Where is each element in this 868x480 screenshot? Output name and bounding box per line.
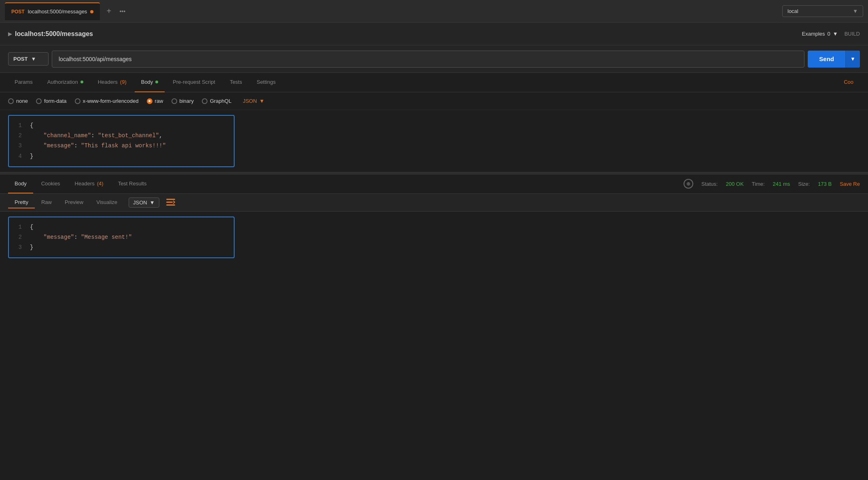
response-section: Body Cookies Headers (4) Test Results ⊕ … (0, 174, 868, 259)
radio-none-label: none (16, 98, 28, 104)
tab-dot (90, 10, 93, 13)
environment-selector[interactable]: local ▼ (782, 5, 863, 17)
more-tabs-button[interactable]: ••• (116, 6, 129, 16)
request-title-container: ▶ localhost:5000/messages (8, 30, 93, 38)
response-format-selector[interactable]: JSON ▼ (129, 198, 159, 208)
tab-settings[interactable]: Settings (250, 73, 282, 92)
examples-button[interactable]: Examples 0 ▼ (802, 31, 838, 37)
tab-headers[interactable]: Headers (9) (91, 73, 133, 92)
request-body-area: 1 { 2 "channel_name": "test_bot_channel"… (0, 115, 868, 167)
line-content-1: { (30, 121, 33, 131)
examples-chevron-icon: ▼ (833, 31, 838, 37)
format-tab-visualize[interactable]: Visualize (90, 197, 124, 208)
tab-method: POST (11, 9, 25, 15)
radio-urlencoded-label: x-www-form-urlencoded (83, 98, 139, 104)
tab-params[interactable]: Params (8, 73, 39, 92)
response-format-label: JSON (133, 200, 147, 206)
request-tab[interactable]: POST localhost:5000/messages (5, 2, 100, 20)
radio-none[interactable]: none (8, 98, 28, 104)
resp-code-line-3: 3 } (14, 242, 229, 253)
json-format-selector[interactable]: JSON ▼ (243, 98, 265, 104)
save-response-button[interactable]: Save Re (840, 181, 860, 187)
tab-body-label: Body (141, 79, 153, 85)
send-button[interactable]: Send (808, 51, 845, 68)
status-label: Status: (701, 181, 718, 187)
response-status-bar: ⊕ Status: 200 OK Time: 241 ms Size: 173 … (684, 179, 860, 189)
tab-settings-label: Settings (256, 79, 275, 85)
resp-line-num-2: 2 (14, 232, 22, 242)
line-num-1: 1 (14, 121, 22, 131)
resp-json-key-message: "message" (44, 234, 74, 240)
format-tab-preview[interactable]: Preview (58, 197, 90, 208)
format-pretty-label: Pretty (15, 199, 28, 205)
size-value: 173 B (818, 181, 832, 187)
method-label: POST (13, 56, 28, 62)
method-selector[interactable]: POST ▼ (8, 52, 49, 66)
radio-raw-circle (147, 98, 152, 104)
svg-rect-1 (166, 202, 173, 203)
new-tab-button[interactable]: + (102, 4, 116, 19)
response-body-area: 1 { 2 "message": "Message sent!" 3 } (0, 217, 868, 259)
tab-tests[interactable]: Tests (223, 73, 248, 92)
tab-url: localhost:5000/messages (28, 8, 87, 15)
radio-binary-circle (171, 98, 177, 104)
request-tabs-bar: Params Authorization Headers (9) Body Pr… (0, 73, 868, 92)
svg-rect-0 (166, 199, 175, 200)
request-body-editor[interactable]: 1 { 2 "channel_name": "test_bot_channel"… (8, 115, 235, 167)
response-tab-cookies-label: Cookies (41, 181, 60, 187)
resp-code-line-1: 1 { (14, 222, 229, 232)
send-dropdown-button[interactable]: ▼ (845, 51, 860, 68)
headers-count: (9) (120, 79, 127, 85)
resp-json-val-message: "Message sent!" (81, 234, 132, 240)
radio-graphql[interactable]: GraphQL (202, 98, 231, 104)
resp-line-content-2: "message": "Message sent!" (30, 232, 132, 242)
radio-urlencoded[interactable]: x-www-form-urlencoded (75, 98, 139, 104)
radio-binary-label: binary (180, 98, 194, 104)
radio-form-data[interactable]: form-data (36, 98, 67, 104)
chevron-down-icon: ▼ (853, 8, 858, 14)
line-num-2: 2 (14, 131, 22, 141)
header-right: Examples 0 ▼ BUILD (802, 31, 860, 37)
line-content-4: } (30, 151, 33, 161)
send-button-group: Send ▼ (808, 51, 860, 68)
method-chevron-icon: ▼ (31, 56, 36, 62)
examples-label: Examples (802, 31, 825, 37)
url-input[interactable] (52, 51, 804, 68)
response-tab-test-results-label: Test Results (118, 181, 147, 187)
response-tab-cookies[interactable]: Cookies (35, 174, 67, 193)
line-content-2: "channel_name": "test_bot_channel", (30, 131, 163, 141)
wrap-button[interactable] (164, 196, 177, 209)
format-tab-pretty[interactable]: Pretty (8, 197, 35, 208)
response-tab-body[interactable]: Body (8, 174, 33, 193)
tab-tests-label: Tests (230, 79, 242, 85)
radio-graphql-label: GraphQL (210, 98, 231, 104)
code-line-4: 4 } (14, 151, 229, 161)
line-num-4: 4 (14, 151, 22, 161)
radio-graphql-circle (202, 98, 207, 104)
code-line-2: 2 "channel_name": "test_bot_channel", (14, 131, 229, 141)
expand-arrow-icon[interactable]: ▶ (8, 31, 12, 37)
response-tab-test-results[interactable]: Test Results (112, 174, 153, 193)
tab-body[interactable]: Body (135, 73, 165, 92)
format-tab-raw[interactable]: Raw (35, 197, 58, 208)
tab-authorization[interactable]: Authorization (41, 73, 90, 92)
time-value: 241 ms (773, 181, 790, 187)
response-body-editor[interactable]: 1 { 2 "message": "Message sent!" 3 } (8, 217, 235, 259)
build-button[interactable]: BUILD (845, 31, 860, 37)
json-format-label: JSON (243, 98, 257, 104)
radio-binary[interactable]: binary (171, 98, 194, 104)
tab-bar: POST localhost:5000/messages + ••• local… (0, 0, 868, 23)
response-tab-headers-label: Headers (75, 181, 95, 187)
response-tab-headers[interactable]: Headers (4) (68, 174, 110, 193)
tab-coo[interactable]: Coo (837, 73, 860, 92)
radio-none-circle (8, 98, 14, 104)
resp-line-num-1: 1 (14, 222, 22, 232)
radio-form-data-label: form-data (44, 98, 67, 104)
tab-pre-request-label: Pre-request Script (173, 79, 215, 85)
request-title: localhost:5000/messages (15, 30, 93, 38)
size-label: Size: (798, 181, 810, 187)
radio-raw[interactable]: raw (147, 98, 163, 104)
line-num-3: 3 (14, 141, 22, 151)
resp-line-num-3: 3 (14, 242, 22, 253)
tab-pre-request[interactable]: Pre-request Script (166, 73, 222, 92)
